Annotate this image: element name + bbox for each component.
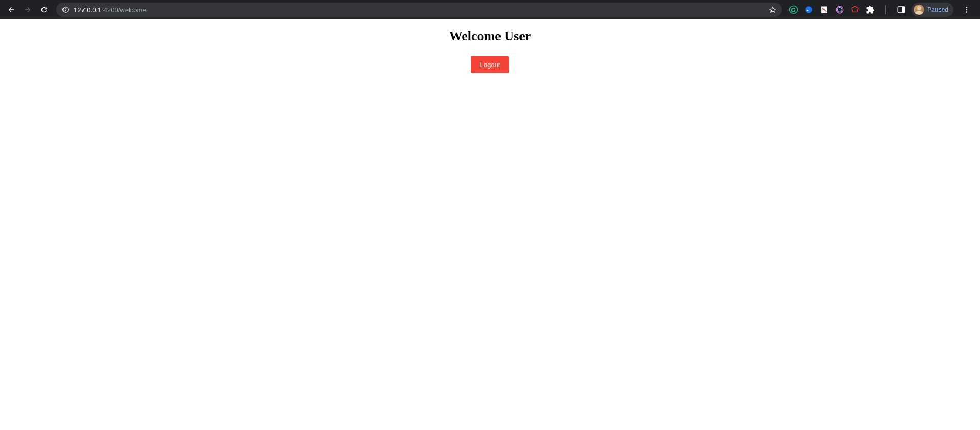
blue-circle-icon (804, 5, 814, 14)
document-icon (820, 5, 829, 14)
site-info-icon[interactable] (61, 6, 70, 14)
info-icon (62, 6, 69, 13)
toolbar-right: Paused (789, 3, 976, 17)
separator (881, 5, 890, 14)
svg-point-10 (966, 9, 968, 11)
forward-button[interactable] (20, 3, 35, 17)
panel-icon (896, 5, 906, 14)
document-extension-icon[interactable] (820, 5, 829, 14)
puzzle-icon (866, 5, 875, 14)
blue-extension-icon[interactable] (804, 5, 814, 14)
back-button[interactable] (4, 3, 18, 17)
grammarly-extension-icon[interactable] (789, 5, 798, 14)
svg-point-9 (966, 7, 968, 8)
bookmark-button[interactable] (768, 6, 777, 14)
red-shape-icon (850, 5, 860, 14)
arrow-right-icon (24, 6, 32, 14)
reload-icon (40, 6, 48, 14)
url-path: :4200/welcome (101, 6, 146, 14)
svg-point-1 (806, 6, 813, 13)
logout-button[interactable]: Logout (471, 56, 510, 73)
red-extension-icon[interactable] (850, 5, 860, 14)
g-circle-icon (789, 5, 798, 14)
arrow-left-icon (7, 6, 15, 14)
page-content: Welcome User Logout (0, 19, 980, 73)
nav-controls (4, 3, 51, 17)
welcome-heading: Welcome User (0, 29, 980, 44)
reload-button[interactable] (37, 3, 51, 17)
extensions-menu-icon[interactable] (866, 5, 875, 14)
gradient-circle-icon (835, 5, 844, 14)
address-bar[interactable]: 127.0.0.1:4200/welcome (56, 3, 782, 17)
more-vert-icon (963, 6, 971, 14)
svg-point-11 (966, 11, 968, 13)
avatar (914, 5, 924, 15)
svg-point-2 (807, 10, 809, 11)
svg-point-5 (838, 8, 842, 12)
svg-rect-8 (902, 7, 905, 13)
profile-status: Paused (927, 6, 948, 13)
side-panel-icon[interactable] (896, 5, 906, 14)
circle-extension-icon[interactable] (835, 5, 844, 14)
url-text: 127.0.0.1:4200/welcome (74, 6, 147, 14)
star-icon (768, 6, 777, 14)
url-host: 127.0.0.1 (74, 6, 101, 14)
profile-button[interactable]: Paused (912, 3, 953, 17)
browser-toolbar: 127.0.0.1:4200/welcome (0, 0, 980, 19)
svg-rect-6 (885, 5, 886, 14)
browser-menu-button[interactable] (960, 3, 974, 17)
